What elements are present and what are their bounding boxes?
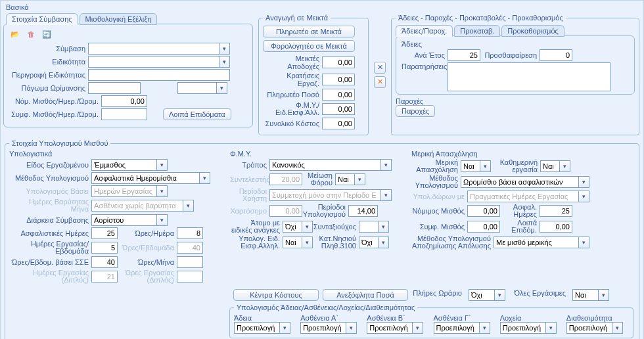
tab-adeies-paroch[interactable]: Άδειες/Παροχ. (396, 25, 453, 37)
tab-payroll[interactable]: Μισθολογική Εξέλιξη (80, 13, 158, 25)
label-kratiseis: Κρατήσεις Εργαζ. (263, 72, 322, 87)
delete-icon[interactable]: 🗑 (25, 28, 37, 40)
input-perigrafi[interactable] (88, 69, 230, 81)
tab-contract[interactable]: Στοιχεία Σύμβασης (6, 13, 78, 25)
input-tropos[interactable] (269, 159, 381, 171)
syntax-dropdown[interactable]: ▾ (379, 221, 389, 233)
tab-prokathor[interactable]: Προκαθορισμός (501, 25, 564, 37)
input-ypol-doron (467, 191, 579, 202)
input-ores-sse[interactable] (91, 256, 118, 268)
input-eidikotita[interactable] (88, 56, 219, 68)
leave-col-dd-1[interactable]: ▾ (346, 322, 357, 334)
input-symf-misthos[interactable] (467, 221, 500, 233)
input-fmy[interactable] (322, 103, 355, 115)
anex-button[interactable]: Ανεξόφλητα Ποσά (323, 289, 408, 301)
refresh-icon[interactable]: 🔄 (41, 28, 53, 40)
pliris-dropdown[interactable]: ▾ (495, 289, 505, 301)
input-nom[interactable] (101, 95, 147, 107)
loipa-epidomata-button[interactable]: Λοιπά Επιδόματα (163, 108, 231, 120)
leave-col-input-4[interactable] (500, 322, 546, 334)
kentra-button[interactable]: Κέντρα Κόστους (233, 289, 319, 301)
input-oles[interactable] (572, 289, 599, 301)
diarkeia-dropdown[interactable]: ▾ (157, 214, 168, 226)
input-symvasi[interactable] (88, 43, 219, 55)
input-meth-apoz[interactable] (494, 237, 579, 248)
input-meriki[interactable] (461, 160, 480, 172)
tropos-dropdown[interactable]: ▾ (381, 159, 392, 171)
input-asf-imeres[interactable] (91, 227, 118, 239)
symvasi-dropdown[interactable]: ▾ (219, 43, 230, 55)
label-symf: Συμφ. Μισθός/Ημερ./Ώρομ. (9, 110, 101, 118)
meth-apoz-dropdown[interactable]: ▾ (579, 237, 589, 248)
plirwteo-button[interactable]: Πληρωτέο σε Μεικτά (263, 26, 355, 37)
pagoma-dropdown[interactable]: ▾ (217, 82, 227, 94)
label-perigrafi: Περιγραφή Ειδικότητας (9, 71, 88, 79)
input-methodos[interactable] (91, 172, 200, 184)
leave-col-input-5[interactable] (566, 322, 612, 334)
leave-col-label: Άδεια (234, 314, 296, 322)
label-paratiriseis: Παρατηρήσεις (402, 62, 448, 70)
input-periodoi[interactable] (348, 205, 378, 217)
input-symf[interactable] (101, 108, 147, 120)
input-ana-etos[interactable] (448, 49, 480, 61)
paroxes-button[interactable]: Παροχές (396, 105, 435, 117)
input-meiktes[interactable] (322, 56, 355, 68)
kat-dropdown[interactable]: ▾ (379, 237, 389, 248)
input-loipa-ep[interactable] (540, 221, 572, 233)
ypol-eid-dropdown[interactable]: ▾ (302, 237, 313, 248)
input-pagoma2[interactable] (177, 82, 217, 94)
input-synoliko[interactable] (322, 118, 355, 129)
label-ores-sse: Ώρες/Εβδομ. βάσει ΣΣΕ (9, 258, 91, 266)
btn-x1[interactable]: ✕ (374, 62, 386, 74)
btn-x2[interactable]: ✕ (374, 76, 386, 88)
methodos2-dropdown[interactable]: ▾ (579, 176, 589, 188)
input-eidos[interactable] (91, 159, 157, 171)
leave-col-input-1[interactable] (300, 322, 346, 334)
input-syntax[interactable] (359, 221, 379, 233)
folder-open-icon[interactable]: 📂 (9, 28, 21, 40)
leave-col-dd-4[interactable]: ▾ (546, 322, 557, 334)
meriki-dropdown[interactable]: ▾ (480, 160, 491, 172)
input-ypol-eid[interactable] (283, 237, 302, 248)
tab-prokatav[interactable]: Προκαταβ. (454, 25, 500, 37)
kath-dropdown[interactable]: ▾ (560, 160, 570, 172)
input-imeres-evd[interactable] (91, 242, 118, 254)
forologiteo-button[interactable]: Φορολογητέο σε Μεικτά (263, 40, 355, 52)
atom-dropdown[interactable]: ▾ (302, 221, 313, 233)
leave-col-dd-3[interactable]: ▾ (480, 322, 490, 334)
oles-dropdown[interactable]: ▾ (599, 289, 609, 301)
methodos-dropdown[interactable]: ▾ (200, 172, 210, 184)
input-kat[interactable] (359, 237, 379, 248)
input-nom-misthos[interactable] (467, 205, 500, 217)
input-kath[interactable] (540, 160, 560, 172)
label-asf-imeres: Ασφαλιστικές Ημέρες (9, 229, 91, 237)
input-methodos2[interactable] (461, 176, 579, 188)
leave-col-input-3[interactable] (434, 322, 480, 334)
meiosi-dropdown[interactable]: ▾ (355, 173, 365, 185)
input-ores-mina[interactable] (177, 256, 203, 268)
input-asf-im[interactable] (540, 205, 572, 217)
input-diarkeia[interactable] (91, 214, 157, 226)
label-ana-etos: Ανά Έτος (402, 51, 448, 59)
input-kratiseis[interactable] (322, 74, 355, 85)
input-pliris[interactable] (469, 289, 495, 301)
input-pros[interactable] (540, 49, 572, 61)
leave-col-dd-0[interactable]: ▾ (280, 322, 290, 334)
label-kat: Κατ.Νησιού Πληθ.3100 (313, 235, 359, 250)
label-syntax: Συνταξιούχος (313, 223, 359, 231)
label-nom: Νόμ. Μισθός/Ημερ./Ώρομ. (9, 97, 101, 105)
leave-col-dd-5[interactable]: ▾ (612, 322, 623, 334)
eidos-dropdown[interactable]: ▾ (157, 159, 168, 171)
label-methodos2: Μέθοδος Υπολογισμού (411, 175, 461, 189)
leave-col-dd-2[interactable]: ▾ (413, 322, 423, 334)
input-pagoma[interactable] (88, 82, 141, 94)
input-meiosi[interactable] (335, 173, 355, 185)
input-atom[interactable] (283, 221, 302, 233)
input-ores-imera[interactable] (177, 227, 203, 239)
leave-col-input-0[interactable] (234, 322, 280, 334)
eidikotita-dropdown[interactable]: ▾ (219, 56, 230, 68)
textarea-paratiriseis[interactable] (448, 62, 610, 91)
leave-col-input-2[interactable] (367, 322, 413, 334)
label-synoliko: Συνολικό Κόστος (263, 120, 322, 127)
input-plirwteo[interactable] (322, 89, 355, 101)
